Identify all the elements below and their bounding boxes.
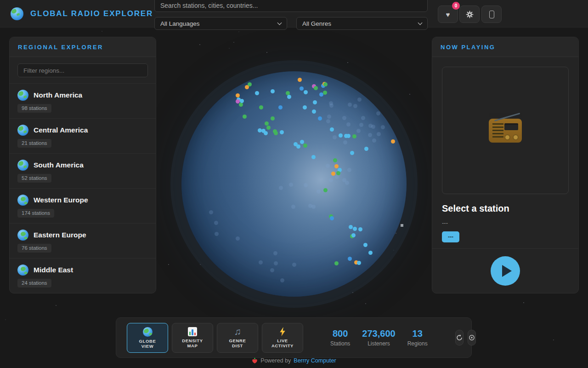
station-dot[interactable] [304,90,308,94]
faint-dot [289,183,293,187]
station-dot[interactable] [271,116,275,121]
station-dot[interactable] [312,109,316,114]
station-dot[interactable] [255,91,259,95]
station-dot[interactable] [323,91,327,95]
region-filter-input[interactable] [17,63,148,77]
station-dot[interactable] [243,115,247,119]
region-item[interactable]: Eastern Europe 76 stations [10,224,156,259]
station-dot[interactable] [271,89,275,93]
faint-dot [376,92,380,96]
station-dot[interactable] [239,103,243,107]
station-dot[interactable] [330,127,334,132]
station-dot[interactable] [240,99,244,103]
brand-link[interactable]: Berrry Computer [294,357,336,364]
station-dot[interactable] [363,243,368,247]
station-dot[interactable] [313,100,317,104]
faint-dot [236,236,240,241]
star [168,264,169,265]
view-mode-button-globe[interactable]: GLOBEVIEW [127,323,168,353]
music-note-icon: ♫ [234,327,241,336]
globe-sphere[interactable] [181,71,407,297]
station-dot[interactable] [368,251,373,255]
app-header: GLOBAL RADIO EXPLORER All Languages All … [0,0,588,28]
globe-square-marker [401,224,403,227]
station-dot[interactable] [339,133,343,138]
station-dot[interactable] [280,130,284,134]
station-dot[interactable] [318,116,322,121]
station-dot[interactable] [266,126,271,130]
station-dot[interactable] [298,78,302,82]
station-dot[interactable] [236,93,240,98]
genre-filter-select[interactable]: All Genres [296,17,428,30]
station-dot[interactable] [278,105,283,109]
faint-dot [357,98,362,102]
stat-label: Regions [407,340,428,347]
station-dot[interactable] [333,158,337,162]
station-dot[interactable] [300,86,304,91]
station-dot[interactable] [287,95,291,99]
station-dot[interactable] [351,233,356,237]
region-item[interactable]: Central America 21 stations [10,119,156,154]
station-dot[interactable] [350,151,354,155]
search-input[interactable] [154,0,428,12]
station-dot[interactable] [364,147,368,151]
station-dot[interactable] [259,105,263,109]
faint-dot [317,190,321,194]
faint-dot [326,119,330,123]
station-dot[interactable] [331,172,335,176]
station-dot[interactable] [330,216,334,220]
strawberry-icon [252,357,258,364]
player-section [432,248,578,293]
view-mode-button-bolt[interactable]: LIVEACTIVITY [262,323,303,353]
station-dot[interactable] [349,225,353,229]
station-dot[interactable] [357,261,361,265]
region-item[interactable]: North America 98 stations [10,84,156,119]
station-dot[interactable] [296,144,300,149]
play-button[interactable] [491,256,520,286]
target-icon [468,334,475,341]
settings-button[interactable] [459,6,480,23]
station-dot[interactable] [245,85,249,89]
station-dot[interactable] [264,131,268,135]
station-dot[interactable] [391,139,395,144]
region-name: Central America [34,126,88,134]
refresh-button[interactable] [455,330,464,345]
station-dot[interactable] [300,140,304,144]
region-item[interactable]: Western Europe 174 stations [10,189,156,224]
view-mode-button-chart[interactable]: DENSITYMAP [172,323,213,353]
station-dot[interactable] [303,144,307,148]
globe-icon [17,195,28,206]
station-dot[interactable] [274,131,278,135]
globe-icon [17,90,28,101]
now-playing-title: NOW PLAYING [432,37,578,57]
view-mode-buttons: GLOBEVIEW DENSITYMAP ♫ GENREDIST LIVEACT… [127,323,307,353]
station-dot[interactable] [314,86,318,90]
station-dot[interactable] [265,121,269,126]
mobile-view-button[interactable] [481,6,502,23]
region-item[interactable]: South America 52 stations [10,154,156,189]
star [233,42,234,43]
station-dot[interactable] [348,257,352,261]
station-dot[interactable] [346,134,351,138]
region-name: Western Europe [34,196,88,204]
station-dot[interactable] [323,82,328,86]
language-filter-select[interactable]: All Languages [154,17,287,30]
station-dot[interactable] [334,164,339,168]
center-target-button[interactable] [468,330,476,345]
region-item[interactable]: Middle East 24 stations [10,259,156,293]
regional-explorer-panel: REGIONAL EXPLORER North America 98 stati… [9,37,156,293]
station-dot[interactable] [353,227,357,231]
station-dot[interactable] [323,188,328,192]
station-dot[interactable] [358,227,362,231]
faint-dot [270,268,274,272]
view-mode-button-music[interactable]: ♫ GENREDIST [217,323,258,353]
favorites-count-badge: 0 [452,2,460,10]
station-dot[interactable] [334,261,339,265]
station-dot[interactable] [311,155,316,159]
station-dot[interactable] [303,105,307,109]
globe-visualization[interactable] [181,71,407,297]
region-station-count: 76 stations [17,244,51,253]
view-mode-label: LIVEACTIVITY [271,338,294,348]
station-dot[interactable] [352,134,356,138]
faint-dot [372,138,376,143]
